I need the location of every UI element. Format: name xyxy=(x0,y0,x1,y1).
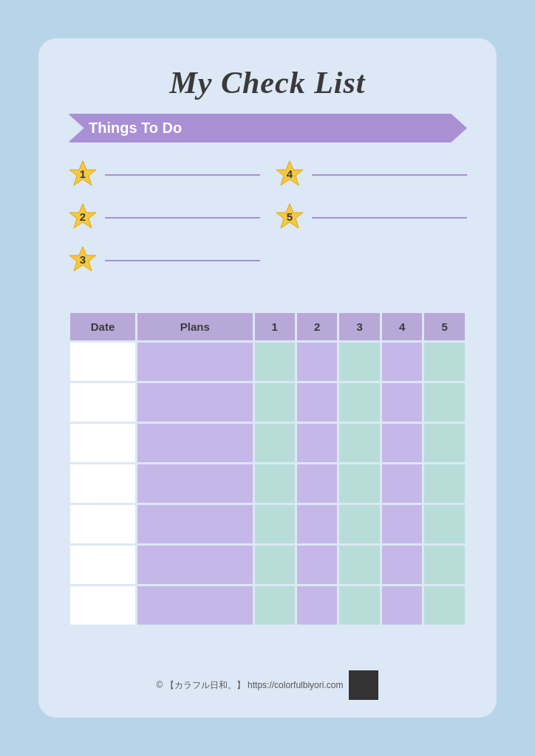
check-cell-4[interactable] xyxy=(382,546,422,584)
check-cell-3[interactable] xyxy=(339,383,379,422)
todo-line-5 xyxy=(312,217,467,219)
date-cell[interactable] xyxy=(70,586,135,625)
table-row xyxy=(70,505,465,543)
check-cell-4[interactable] xyxy=(382,505,422,543)
table-row xyxy=(70,464,465,503)
check-cell-2[interactable] xyxy=(297,505,337,543)
star-badge-4: 4 xyxy=(275,159,304,188)
star-badge-3: 3 xyxy=(68,244,98,274)
check-cell-2[interactable] xyxy=(297,464,337,503)
star-badge-2: 2 xyxy=(68,202,98,231)
date-cell[interactable] xyxy=(70,343,135,381)
col-header-4: 4 xyxy=(382,313,422,340)
check-cell-3[interactable] xyxy=(339,505,379,543)
check-cell-1[interactable] xyxy=(255,546,295,584)
col-header-3: 3 xyxy=(339,313,379,340)
check-cell-5[interactable] xyxy=(424,586,465,625)
check-cell-3[interactable] xyxy=(339,546,379,584)
check-cell-3[interactable] xyxy=(339,586,379,625)
table-row xyxy=(70,343,465,381)
todo-line-4 xyxy=(312,174,467,176)
check-cell-4[interactable] xyxy=(382,464,422,503)
check-cell-2[interactable] xyxy=(297,343,337,381)
col-header-1: 1 xyxy=(255,313,295,340)
todo-line-2 xyxy=(105,217,260,219)
check-cell-1[interactable] xyxy=(255,586,295,625)
table-header-row: Date Plans 1 2 3 4 5 xyxy=(70,313,465,340)
todo-item-4: 4 xyxy=(275,159,467,188)
check-cell-1[interactable] xyxy=(255,464,295,503)
check-cell-5[interactable] xyxy=(424,383,465,422)
things-to-do-banner: Things To Do xyxy=(68,114,467,142)
check-cell-3[interactable] xyxy=(339,464,379,503)
check-cell-1[interactable] xyxy=(255,343,295,381)
todo-item-3: 3 xyxy=(68,244,260,274)
date-cell[interactable] xyxy=(70,546,135,584)
todo-line-3 xyxy=(105,260,260,261)
plans-cell[interactable] xyxy=(137,505,252,543)
col-header-plans: Plans xyxy=(137,313,252,340)
date-cell[interactable] xyxy=(70,383,135,422)
col-header-2: 2 xyxy=(297,313,337,340)
check-cell-5[interactable] xyxy=(424,546,465,584)
todo-item-1: 1 xyxy=(68,159,260,188)
plans-cell[interactable] xyxy=(137,464,252,503)
plans-cell[interactable] xyxy=(137,546,252,584)
qr-code xyxy=(349,670,378,700)
checklist-card: My Check List Things To Do 1 4 xyxy=(38,38,497,718)
checklist-table: Date Plans 1 2 3 4 5 xyxy=(68,311,467,627)
check-cell-5[interactable] xyxy=(424,343,465,381)
check-cell-2[interactable] xyxy=(297,424,337,462)
check-cell-4[interactable] xyxy=(382,383,422,422)
check-cell-5[interactable] xyxy=(424,464,465,503)
footer-text: © 【カラフル日和。】 https://colorfulbiyori.com xyxy=(157,679,344,692)
todo-line-1 xyxy=(105,174,260,176)
check-cell-4[interactable] xyxy=(382,424,422,462)
check-cell-4[interactable] xyxy=(382,586,422,625)
check-cell-5[interactable] xyxy=(424,505,465,543)
plans-cell[interactable] xyxy=(137,383,252,422)
date-cell[interactable] xyxy=(70,464,135,503)
table-row xyxy=(70,586,465,625)
plans-cell[interactable] xyxy=(137,424,252,462)
check-cell-2[interactable] xyxy=(297,383,337,422)
check-cell-1[interactable] xyxy=(255,424,295,462)
date-cell[interactable] xyxy=(70,424,135,462)
todo-item-2: 2 xyxy=(68,202,260,231)
date-cell[interactable] xyxy=(70,505,135,543)
star-badge-5: 5 xyxy=(275,202,304,231)
plans-cell[interactable] xyxy=(137,586,252,625)
table-row xyxy=(70,546,465,584)
check-cell-1[interactable] xyxy=(255,505,295,543)
check-cell-2[interactable] xyxy=(297,546,337,584)
footer: © 【カラフル日和。】 https://colorfulbiyori.com xyxy=(68,663,467,700)
check-cell-2[interactable] xyxy=(297,586,337,625)
check-cell-4[interactable] xyxy=(382,343,422,381)
col-header-5: 5 xyxy=(424,313,465,340)
check-cell-3[interactable] xyxy=(339,424,379,462)
todo-item-5: 5 xyxy=(275,202,467,231)
table-row xyxy=(70,383,465,422)
page-title: My Check List xyxy=(68,65,467,100)
check-cell-3[interactable] xyxy=(339,343,379,381)
star-badge-1: 1 xyxy=(68,159,98,188)
plans-cell[interactable] xyxy=(137,343,252,381)
table-row xyxy=(70,424,465,462)
col-header-date: Date xyxy=(70,313,135,340)
check-cell-1[interactable] xyxy=(255,383,295,422)
check-cell-5[interactable] xyxy=(424,424,465,462)
todo-section: 1 4 2 xyxy=(68,159,467,287)
